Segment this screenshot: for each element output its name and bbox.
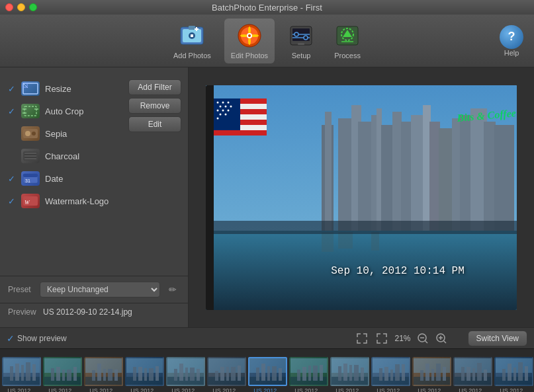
svg-line-97 (425, 340, 427, 343)
fit-to-selection-button[interactable] (375, 331, 389, 346)
add-filter-button[interactable]: Add Filter (128, 79, 181, 95)
filmstrip-item-1[interactable]: US 2012... (43, 357, 82, 393)
toolbar-process[interactable]: Process (328, 19, 367, 63)
svg-rect-182 (402, 364, 405, 381)
thumb-label-12: US 2012... (494, 387, 533, 393)
svg-text:31: 31 (25, 178, 30, 183)
image-skyline-svg: Sep 10, 2012 10:14 PM Bits & Coffee (206, 85, 517, 310)
svg-point-86 (230, 105, 232, 107)
svg-rect-134 (156, 366, 159, 381)
filter-check-autocrop: ✓ (7, 106, 16, 116)
add-photos-icon (179, 22, 205, 49)
svg-rect-173 (354, 365, 359, 381)
close-button[interactable] (5, 3, 13, 11)
left-panel-inner: ✓ Resize ✓ Auto Crop (0, 74, 188, 276)
svg-rect-124 (103, 369, 106, 381)
filmstrip-item-12[interactable]: US 2012... (494, 357, 533, 393)
remove-filter-button[interactable]: Remove (128, 98, 181, 114)
filmstrip-item-9[interactable]: US 2012... (371, 357, 410, 393)
filmstrip-item-10[interactable]: US 2012... (412, 357, 451, 393)
svg-rect-146 (215, 371, 218, 381)
toolbar-edit-photos[interactable]: Edit Photos (224, 19, 275, 63)
filter-icon-resize (21, 81, 40, 96)
filmstrip-item-2[interactable]: US 2012... (84, 357, 123, 393)
thumb-image-10 (412, 357, 451, 386)
svg-rect-165 (313, 366, 318, 381)
filmstrip-item-5[interactable]: US 2012... (207, 357, 246, 393)
svg-text:Sep 10, 2012 10:14 PM: Sep 10, 2012 10:14 PM (331, 265, 465, 277)
thumb-label-3: US 2012... (125, 387, 164, 393)
show-preview-toggle[interactable]: ✓ Show preview (7, 333, 67, 344)
thumb-label-9: US 2012... (371, 387, 410, 393)
fit-to-window-button[interactable] (355, 331, 369, 346)
maximize-button[interactable] (29, 3, 37, 11)
svg-rect-131 (138, 367, 142, 381)
svg-rect-157 (272, 366, 277, 381)
filter-item-date[interactable]: ✓ 31 Date (0, 167, 128, 190)
filmstrip-item-8[interactable]: US 2012... (330, 357, 369, 393)
svg-rect-178 (379, 368, 382, 381)
filter-item-resize[interactable]: ✓ Resize (0, 77, 128, 100)
svg-rect-130 (133, 367, 136, 381)
filter-icon-autocrop (21, 104, 40, 118)
filter-item-sepia[interactable]: ✓ Sepia (0, 122, 128, 145)
thumb-image-3 (125, 357, 164, 386)
filmstrip-item-7[interactable]: US 2012... (289, 357, 328, 393)
filter-name-autocrop: Auto Crop (45, 106, 84, 116)
filter-item-charcoal[interactable]: ✓ Charcoal (0, 145, 128, 167)
toolbar-add-photos[interactable]: Add Photos (167, 19, 218, 63)
svg-rect-109 (26, 362, 30, 381)
filmstrip: US 2012... US 2012... US 2012... US 2012… (0, 348, 534, 392)
svg-rect-65 (484, 122, 496, 231)
thumb-image-6 (248, 357, 287, 386)
filmstrip-item-4[interactable]: US 2012... (166, 357, 205, 393)
filter-name-watermark: Watermark-Logo (45, 196, 109, 206)
svg-point-90 (220, 113, 222, 115)
svg-rect-171 (343, 364, 347, 381)
filmstrip-item-0[interactable]: US 2012... (2, 357, 41, 393)
svg-point-89 (228, 109, 230, 111)
svg-rect-205 (518, 362, 523, 381)
filter-item-autocrop[interactable]: ✓ Auto Crop (0, 100, 128, 122)
filmstrip-item-6[interactable]: US 2012... (248, 357, 287, 393)
zoom-controls: 21% (355, 331, 447, 346)
zoom-out-button[interactable] (416, 332, 429, 345)
svg-line-100 (443, 340, 446, 343)
svg-point-81 (217, 101, 219, 103)
svg-rect-166 (320, 365, 323, 381)
edit-photos-icon (236, 22, 263, 49)
edit-filter-button[interactable]: Edit (128, 116, 181, 132)
thumb-label-5: US 2012... (207, 387, 246, 393)
svg-rect-123 (97, 364, 101, 381)
svg-rect-164 (308, 366, 311, 381)
thumb-label-0: US 2012... (2, 387, 41, 393)
zoom-percentage: 21% (394, 334, 410, 343)
window-title: BatchPhoto Enterprise - First (212, 3, 322, 13)
svg-rect-4 (191, 34, 193, 37)
preset-label: Preset (8, 285, 34, 294)
svg-rect-196 (472, 368, 475, 381)
preview-row: Preview US 2012-09-10 22-14.jpg (0, 303, 188, 321)
preset-edit-button[interactable]: ✏ (165, 282, 180, 297)
svg-rect-28 (23, 83, 38, 94)
svg-rect-71 (206, 221, 517, 234)
help-button[interactable]: ? Help (500, 25, 523, 57)
filter-item-watermark[interactable]: ✓ W Watermark-Logo (0, 190, 128, 212)
filter-check-resize: ✓ (7, 84, 16, 93)
traffic-lights (5, 3, 37, 11)
toolbar-setup[interactable]: Setup (281, 19, 321, 63)
add-photos-label: Add Photos (173, 52, 211, 59)
filmstrip-item-11[interactable]: US 2012... (453, 357, 492, 393)
preset-select[interactable]: Keep Unchanged (40, 282, 160, 297)
help-label: Help (504, 49, 519, 57)
filmstrip-item-3[interactable]: US 2012... (125, 357, 164, 393)
thumb-image-0 (2, 357, 41, 386)
zoom-in-button[interactable] (435, 332, 448, 345)
svg-rect-198 (484, 370, 487, 381)
svg-point-37 (32, 132, 36, 136)
svg-rect-158 (279, 368, 282, 381)
svg-point-14 (248, 34, 251, 37)
edit-photos-label: Edit Photos (231, 52, 268, 59)
switch-view-button[interactable]: Switch View (468, 331, 527, 346)
minimize-button[interactable] (17, 3, 25, 11)
